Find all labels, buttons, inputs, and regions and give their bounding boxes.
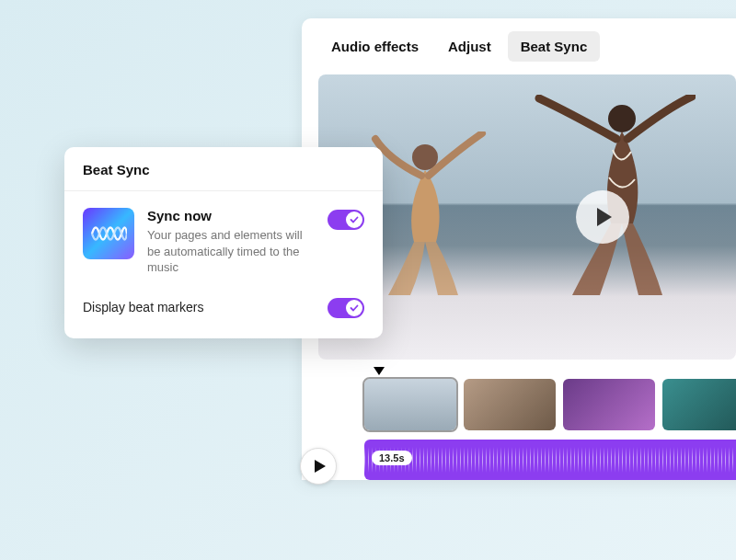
timeline: 13.5s [302,360,736,480]
svg-point-1 [608,105,636,132]
check-icon [350,215,359,224]
clip-thumbnail[interactable] [464,379,556,430]
sync-now-description: Your pages and elements will be automati… [147,227,315,276]
play-icon [314,459,327,474]
playhead-icon[interactable] [374,367,385,375]
tab-adjust[interactable]: Adjust [435,31,504,62]
clip-thumbnails [364,379,736,430]
timeline-play-button[interactable] [300,448,337,485]
play-icon [595,207,614,227]
soundwave-icon [83,208,134,259]
tab-beat-sync[interactable]: Beat Sync [508,31,601,62]
play-button[interactable] [576,190,629,244]
sync-now-title: Sync now [147,208,315,223]
sync-now-toggle[interactable] [328,210,364,230]
clip-thumbnail[interactable] [662,379,736,430]
audio-duration-badge: 13.5s [372,451,412,465]
clip-thumbnail[interactable] [563,379,655,430]
audio-track[interactable]: 13.5s [364,440,736,480]
clip-thumbnail[interactable] [364,379,456,430]
waveform-icon [364,447,736,473]
display-beat-markers-label: Display beat markers [83,300,204,314]
preview-figure [370,131,489,297]
check-icon [350,303,359,313]
display-beat-markers-toggle[interactable] [328,298,364,318]
editor-tabs: Audio effects Adjust Beat Sync [302,18,736,74]
tab-audio-effects[interactable]: Audio effects [318,31,431,62]
beat-sync-popover: Beat Sync Sync now Your pages and elemen… [64,147,383,338]
popover-title: Beat Sync [64,147,383,191]
